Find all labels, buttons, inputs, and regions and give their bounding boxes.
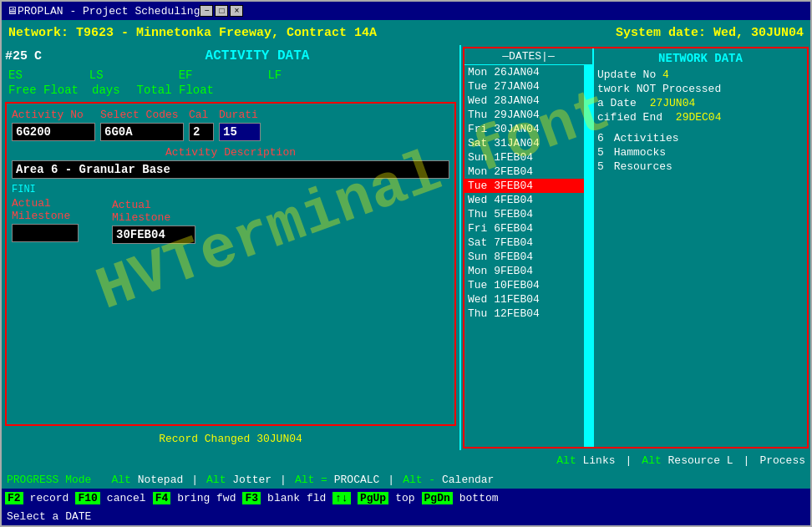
network-info: Network: T9623 - Minnetonka Freeway, Con… bbox=[8, 26, 377, 40]
date-item[interactable]: Thu 12FEB04 bbox=[464, 307, 584, 321]
select-codes-label: Select Codes bbox=[100, 109, 184, 121]
end-date-row: cified End 29DEC04 bbox=[597, 111, 804, 124]
pgdn-label: bottom bbox=[459, 492, 499, 504]
date-item[interactable]: Mon 26JAN04 bbox=[464, 65, 584, 79]
cal-label: Cal bbox=[189, 109, 214, 121]
maximize-button[interactable]: □ bbox=[215, 5, 228, 17]
status-text: Select a DATE bbox=[7, 510, 91, 523]
left-panel: #25 C ACTIVITY DATA ES LS EF LF Free Flo… bbox=[2, 45, 459, 450]
alt-resource[interactable]: Alt Resource L bbox=[642, 454, 733, 467]
lf-label: LF bbox=[267, 68, 282, 82]
dates-scroll-area: Mon 26JAN04Tue 27JAN04Wed 28JAN04Thu 29J… bbox=[464, 65, 592, 447]
date-item[interactable]: Thu 5FEB04 bbox=[464, 207, 584, 221]
free-float-label: Free Float bbox=[8, 84, 84, 97]
update-row: Update No 4 bbox=[597, 68, 804, 81]
record-changed-value: 30JUN04 bbox=[256, 433, 302, 445]
float-area: ES LS EF LF Free Float days Total Float bbox=[5, 67, 456, 99]
date-item[interactable]: Tue 3FEB04 bbox=[464, 179, 584, 193]
activities-row: 6 Activities bbox=[597, 132, 804, 144]
date-item[interactable]: Thu 29JAN04 bbox=[464, 108, 584, 122]
actual-input1[interactable] bbox=[12, 224, 79, 242]
network-data-title: NETWORK DATA bbox=[597, 52, 804, 65]
date-item[interactable]: Mon 9FEB04 bbox=[464, 264, 584, 278]
actual-label2: Actual bbox=[112, 199, 151, 211]
date-item[interactable]: Sun 1FEB04 bbox=[464, 150, 584, 165]
app-icon: 🖥 bbox=[7, 5, 18, 18]
date-item[interactable]: Wed 11FEB04 bbox=[464, 292, 584, 307]
actual-input2[interactable]: 30FEB04 bbox=[112, 225, 195, 244]
alt-jotter[interactable]: Alt Jotter bbox=[206, 474, 272, 486]
es-ls-ef-lf-row: ES LS EF LF bbox=[8, 68, 453, 82]
alt-procalc[interactable]: Alt = PROCALC bbox=[295, 474, 379, 486]
alt-notepad[interactable]: Alt Notepad bbox=[111, 474, 183, 486]
select-codes-input[interactable]: 6G0A bbox=[100, 123, 184, 141]
progress-mode: PROGRESS Mode bbox=[7, 474, 91, 486]
duration-input[interactable]: 15 bbox=[219, 123, 261, 141]
network-data-panel: NETWORK DATA Update No 4 twork NOT Proce… bbox=[594, 48, 807, 447]
date-item[interactable]: Fri 30JAN04 bbox=[464, 122, 584, 136]
activity-description-input[interactable]: Area 6 - Granular Base bbox=[12, 160, 449, 179]
select-codes-group: Select Codes 6G0A bbox=[100, 109, 184, 141]
days-label: days bbox=[92, 84, 120, 97]
date-item[interactable]: Sat 7FEB04 bbox=[464, 236, 584, 250]
activity-code: C bbox=[34, 49, 42, 63]
status-bar: Select a DATE bbox=[2, 507, 810, 525]
f10-label: cancel bbox=[107, 492, 146, 504]
dates-list: Mon 26JAN04Tue 27JAN04Wed 28JAN04Thu 29J… bbox=[464, 65, 584, 447]
alt-calendar[interactable]: Alt - Calendar bbox=[403, 474, 494, 486]
activity-box: Activity No 6G200 Select Codes 6G0A Cal bbox=[5, 102, 456, 426]
right-panel: —DATES|— Mon 26JAN04Tue 27JAN04Wed 28JAN… bbox=[459, 45, 810, 450]
activity-data-title: ACTIVITY DATA bbox=[58, 48, 456, 63]
ef-label: EF bbox=[179, 68, 193, 82]
end-date-value: 29DEC04 bbox=[676, 111, 722, 124]
f2-label: record bbox=[30, 492, 69, 504]
date-item[interactable]: Sat 31JAN04 bbox=[464, 136, 584, 150]
ls-label: LS bbox=[89, 68, 104, 82]
milestone-group2: Actual Milestone 30FEB04 bbox=[112, 184, 195, 244]
dates-header: —DATES|— bbox=[464, 48, 592, 65]
date-item[interactable]: Tue 10FEB04 bbox=[464, 278, 584, 292]
resources-row: 5 Resources bbox=[597, 160, 804, 173]
activity-number: #25 bbox=[5, 49, 28, 63]
dates-scrollbar[interactable] bbox=[584, 65, 592, 447]
f2-key[interactable]: F2 bbox=[5, 492, 23, 504]
activity-bottom-row: FINI Actual Milestone Actual Milestone 3… bbox=[12, 184, 449, 244]
date-item[interactable]: Fri 6FEB04 bbox=[464, 221, 584, 236]
arrows-key[interactable]: ↑↓ bbox=[332, 492, 351, 504]
f4-key[interactable]: F4 bbox=[153, 492, 171, 504]
title-bar: 🖥 PROPLAN - Project Scheduling − □ × bbox=[2, 2, 810, 20]
actual-label1: Actual bbox=[12, 197, 51, 210]
activity-no-group: Activity No 6G200 bbox=[12, 109, 95, 141]
date-item[interactable]: Wed 28JAN04 bbox=[464, 94, 584, 108]
date-item[interactable]: Wed 4FEB04 bbox=[464, 193, 584, 207]
date-item[interactable]: Sun 8FEB04 bbox=[464, 250, 584, 264]
activity-no-input[interactable]: 6G200 bbox=[12, 123, 95, 141]
activity-description-label: Activity Description bbox=[12, 146, 449, 159]
milestone-label1: Milestone bbox=[12, 210, 70, 222]
date-item[interactable]: Mon 2FEB04 bbox=[464, 165, 584, 179]
activity-description-row: Activity Description Area 6 - Granular B… bbox=[12, 146, 449, 179]
hammocks-row: 5 Hammocks bbox=[597, 146, 804, 159]
window-controls[interactable]: − □ × bbox=[200, 5, 243, 17]
total-float-label: Total Float bbox=[137, 84, 246, 97]
cal-group: Cal 2 bbox=[189, 109, 214, 141]
dates-panel: —DATES|— Mon 26JAN04Tue 27JAN04Wed 28JAN… bbox=[464, 48, 594, 447]
close-button[interactable]: × bbox=[230, 5, 243, 17]
alt-links[interactable]: Alt Links bbox=[556, 454, 615, 467]
pgdn-key[interactable]: PgDn bbox=[422, 492, 453, 504]
process-btn[interactable]: Process bbox=[759, 454, 805, 467]
minimize-button[interactable]: − bbox=[200, 5, 213, 17]
system-date: System date: Wed, 30JUN04 bbox=[616, 26, 804, 40]
pgup-key[interactable]: PgUp bbox=[358, 492, 388, 504]
record-changed: Record Changed 30JUN04 bbox=[5, 431, 456, 447]
f3-key[interactable]: F3 bbox=[242, 492, 261, 504]
free-float-row: Free Float days Total Float bbox=[8, 84, 453, 97]
main-content: #25 C ACTIVITY DATA ES LS EF LF Free Flo… bbox=[2, 45, 810, 450]
network-header: Network: T9623 - Minnetonka Freeway, Con… bbox=[2, 20, 810, 45]
cal-input[interactable]: 2 bbox=[189, 123, 214, 141]
activity-row1: Activity No 6G200 Select Codes 6G0A Cal bbox=[12, 109, 449, 141]
pgup-label: top bbox=[395, 492, 414, 504]
f10-key[interactable]: F10 bbox=[75, 492, 99, 504]
date-item[interactable]: Tue 27JAN04 bbox=[464, 79, 584, 94]
a-date-row: a Date 27JUN04 bbox=[597, 97, 804, 109]
